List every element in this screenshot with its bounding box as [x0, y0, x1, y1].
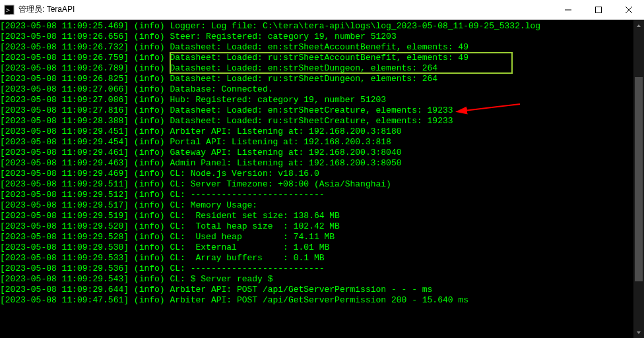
log-level: (info) [129, 21, 170, 32]
log-level: (info) [129, 285, 170, 295]
log-line: [2023-05-08 11:09:29.530] (info) CL: Ext… [0, 242, 644, 253]
log-message: CL: $ Server ready $ [170, 274, 273, 285]
log-level: (info) [129, 179, 170, 190]
log-timestamp: [2023-05-08 11:09:29.517] [0, 200, 129, 211]
log-timestamp: [2023-05-08 11:09:29.469] [0, 169, 129, 179]
log-message: CL: Node.js Version: v18.16.0 [170, 169, 319, 179]
log-line: [2023-05-08 11:09:29.454] (info) Portal … [0, 137, 644, 148]
log-line: [2023-05-08 11:09:29.528] (info) CL: Use… [0, 232, 644, 242]
log-level: (info) [129, 116, 170, 127]
log-message: Datasheet: Loaded: en:strSheetCreature, … [170, 105, 453, 116]
log-message: Datasheet: Loaded: ru:strSheetDungeon, e… [170, 74, 437, 84]
log-message: Portal API: Listening at: 192.168.200.3:… [170, 137, 391, 148]
svg-text:>_: >_ [6, 7, 15, 14]
log-message: CL: Memory Usage: [170, 200, 257, 211]
log-timestamp: [2023-05-08 11:09:29.644] [0, 285, 129, 295]
scrollbar[interactable] [633, 20, 644, 338]
log-message: CL: Resident set size: 138.64 MB [170, 211, 339, 221]
log-level: (info) [129, 200, 170, 211]
log-timestamp: [2023-05-08 11:09:28.388] [0, 116, 129, 127]
log-line: [2023-05-08 11:09:26.732] (info) Datashe… [0, 42, 644, 53]
window-app-icon: >_ [4, 5, 15, 15]
window-title: 管理员: TeraAPI [18, 4, 75, 15]
log-level: (info) [129, 105, 170, 116]
log-timestamp: [2023-05-08 11:09:29.454] [0, 137, 129, 148]
log-timestamp: [2023-05-08 11:09:26.732] [0, 42, 129, 53]
log-timestamp: [2023-05-08 11:09:29.512] [0, 190, 129, 200]
log-timestamp: [2023-05-08 11:09:29.528] [0, 232, 129, 242]
log-message: CL: Total heap size : 102.42 MB [170, 221, 339, 232]
log-level: (info) [129, 242, 170, 253]
log-level: (info) [129, 295, 170, 306]
log-line: [2023-05-08 11:09:29.543] (info) CL: $ S… [0, 274, 644, 285]
close-button[interactable] [614, 0, 644, 20]
log-line: [2023-05-08 11:09:29.520] (info) CL: Tot… [0, 221, 644, 232]
log-timestamp: [2023-05-08 11:09:29.530] [0, 242, 129, 253]
terminal-area[interactable]: [2023-05-08 11:09:25.469] (info) Logger:… [0, 20, 644, 338]
log-level: (info) [129, 127, 170, 137]
log-level: (info) [129, 84, 170, 95]
log-message: Arbiter API: Listening at: 192.168.200.3… [170, 127, 401, 137]
log-level: (info) [129, 95, 170, 105]
terminal-output: [2023-05-08 11:09:25.469] (info) Logger:… [0, 20, 644, 306]
log-line: [2023-05-08 11:09:29.512] (info) CL: ---… [0, 190, 644, 200]
scroll-track[interactable] [633, 31, 644, 327]
scroll-thumb[interactable] [635, 77, 643, 281]
log-message: CL: -------------------------- [170, 264, 324, 274]
log-timestamp: [2023-05-08 11:09:29.519] [0, 211, 129, 221]
log-message: CL: Used heap : 74.11 MB [170, 232, 335, 242]
log-level: (info) [129, 53, 170, 63]
log-level: (info) [129, 74, 170, 84]
minimize-button[interactable] [553, 0, 583, 20]
log-message: Gateway API: Listening at: 192.168.200.3… [170, 148, 401, 158]
scroll-down-button[interactable] [633, 327, 644, 338]
log-message: Logger: Log file: C:\tera\tera-api\logs\… [170, 21, 540, 32]
log-message: CL: Array buffers : 0.1 MB [170, 253, 324, 264]
log-level: (info) [129, 137, 170, 148]
log-timestamp: [2023-05-08 11:09:29.543] [0, 274, 129, 285]
log-timestamp: [2023-05-08 11:09:29.533] [0, 253, 129, 264]
maximize-button[interactable] [583, 0, 614, 20]
log-message: Datasheet: Loaded: ru:strSheetCreature, … [170, 116, 453, 127]
log-line: [2023-05-08 11:09:26.759] (info) Datashe… [0, 53, 644, 63]
log-line: [2023-05-08 11:09:27.086] (info) Hub: Re… [0, 95, 644, 105]
log-message: Datasheet: Loaded: en:strSheetAccountBen… [170, 42, 468, 53]
log-line: [2023-05-08 11:09:29.451] (info) Arbiter… [0, 127, 644, 137]
log-message: Arbiter API: POST /api/GetServerPermissi… [170, 295, 468, 306]
log-timestamp: [2023-05-08 11:09:29.463] [0, 158, 129, 169]
title-bar[interactable]: >_ 管理员: TeraAPI [0, 0, 644, 20]
log-level: (info) [129, 169, 170, 179]
log-line: [2023-05-08 11:09:29.511] (info) CL: Ser… [0, 179, 644, 190]
log-message: CL: External : 1.01 MB [170, 242, 329, 253]
log-message: Datasheet: Loaded: ru:strSheetAccountBen… [170, 53, 468, 63]
log-line: [2023-05-08 11:09:26.656] (info) Steer: … [0, 32, 644, 42]
log-level: (info) [129, 211, 170, 221]
log-line: [2023-05-08 11:09:29.644] (info) Arbiter… [0, 285, 644, 295]
log-line: [2023-05-08 11:09:27.816] (info) Datashe… [0, 105, 644, 116]
log-timestamp: [2023-05-08 11:09:29.511] [0, 179, 129, 190]
log-message: Steer: Registered: category 19, number 5… [170, 32, 396, 42]
log-line: [2023-05-08 11:09:29.533] (info) CL: Arr… [0, 253, 644, 264]
log-line: [2023-05-08 11:09:47.561] (info) Arbiter… [0, 295, 644, 306]
log-timestamp: [2023-05-08 11:09:29.461] [0, 148, 129, 158]
log-line: [2023-05-08 11:09:27.066] (info) Databas… [0, 84, 644, 95]
log-line: [2023-05-08 11:09:29.461] (info) Gateway… [0, 148, 644, 158]
log-timestamp: [2023-05-08 11:09:26.825] [0, 74, 129, 84]
svg-rect-3 [596, 7, 602, 13]
log-level: (info) [129, 42, 170, 53]
log-timestamp: [2023-05-08 11:09:29.451] [0, 127, 129, 137]
log-timestamp: [2023-05-08 11:09:26.789] [0, 63, 129, 74]
log-line: [2023-05-08 11:09:28.388] (info) Datashe… [0, 116, 644, 127]
log-line: [2023-05-08 11:09:29.463] (info) Admin P… [0, 158, 644, 169]
log-line: [2023-05-08 11:09:29.517] (info) CL: Mem… [0, 200, 644, 211]
log-timestamp: [2023-05-08 11:09:27.066] [0, 84, 129, 95]
log-timestamp: [2023-05-08 11:09:26.656] [0, 32, 129, 42]
log-level: (info) [129, 32, 170, 42]
log-message: Admin Panel: Listening at: 192.168.200.3… [170, 158, 401, 169]
log-message: Datasheet: Loaded: en:strSheetDungeon, e… [170, 63, 437, 74]
log-level: (info) [129, 158, 170, 169]
log-message: Database: Connected. [170, 84, 273, 95]
scroll-up-button[interactable] [633, 20, 644, 31]
log-message: CL: -------------------------- [170, 190, 324, 200]
log-line: [2023-05-08 11:09:29.469] (info) CL: Nod… [0, 169, 644, 179]
